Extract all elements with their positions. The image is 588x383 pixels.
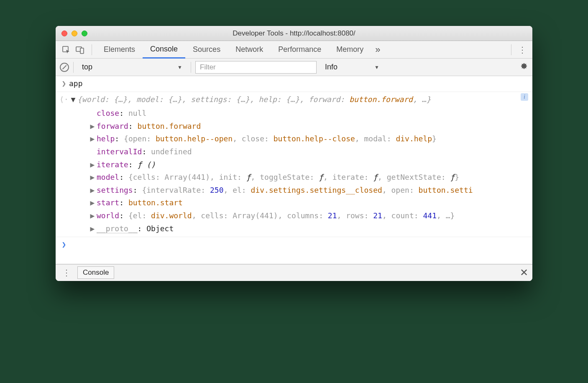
tab-network[interactable]: Network xyxy=(228,41,271,59)
prop-model[interactable]: ▶model: {cells: Array(441), init: ƒ, tog… xyxy=(65,171,532,184)
prop-settings[interactable]: ▶settings: {intervalRate: 250, el: div.s… xyxy=(65,184,532,197)
tab-sources[interactable]: Sources xyxy=(185,41,228,59)
chevron-down-icon: ▼ xyxy=(177,64,182,70)
k: init xyxy=(219,173,237,181)
expand-toggle-icon[interactable]: ▶ xyxy=(88,209,97,222)
expand-toggle-icon[interactable]: ▼ xyxy=(69,93,77,106)
minimize-window-button[interactable] xyxy=(72,31,77,36)
v: 21 xyxy=(328,211,337,220)
info-badge-icon[interactable]: i xyxy=(521,93,528,101)
k: count xyxy=(391,211,414,220)
devtools-window: Developer Tools - http://localhost:8080/… xyxy=(56,26,532,281)
v: ƒ xyxy=(246,173,251,181)
inspect-element-icon[interactable] xyxy=(59,43,73,56)
prop-intervalid[interactable]: intervalId: undefined xyxy=(65,146,532,158)
zoom-window-button[interactable] xyxy=(82,31,87,36)
expand-toggle-icon[interactable]: ▶ xyxy=(88,184,97,197)
main-toolbar: Elements Console Sources Network Perform… xyxy=(56,41,532,59)
drawer-menu-icon[interactable]: ⋮ xyxy=(60,268,73,278)
drawer-bar: ⋮ Console ✕ xyxy=(56,264,532,281)
v: button.setti xyxy=(419,186,473,194)
prop-value: ƒ () xyxy=(138,160,156,169)
v: ƒ xyxy=(373,173,378,181)
summary-suffix: , …} xyxy=(413,95,431,104)
v: button.help--open xyxy=(156,134,233,143)
prop-forward[interactable]: ▶forward: button.forward xyxy=(65,120,532,133)
prop-value: button.forward xyxy=(138,122,201,130)
console-prompt-row[interactable]: ❯ xyxy=(56,237,532,264)
v: div.help xyxy=(396,134,432,143)
expand-toggle-icon[interactable]: ▶ xyxy=(88,171,97,184)
object-summary[interactable]: ▼{world: {…}, model: {…}, settings: {…},… xyxy=(69,93,529,106)
k: getNextState xyxy=(387,173,441,181)
chevron-down-icon: ▼ xyxy=(374,64,379,70)
k: el xyxy=(233,186,242,194)
expand-toggle-icon[interactable]: ▶ xyxy=(88,120,97,133)
tab-memory[interactable]: Memory xyxy=(329,41,371,59)
prop-value: Object xyxy=(146,224,174,233)
console-settings-icon[interactable] xyxy=(520,62,528,73)
console-filterbar: top ▼ Info ▼ xyxy=(56,59,532,76)
window-title: Developer Tools - http://localhost:8080/ xyxy=(56,29,532,38)
prop-proto[interactable]: ▶__proto__: Object xyxy=(65,222,532,237)
log-level-selector[interactable]: Info ▼ xyxy=(321,61,383,74)
prop-value: button.start xyxy=(128,198,183,207)
console-input[interactable] xyxy=(69,238,529,251)
v: div.settings.settings__closed xyxy=(251,186,382,194)
v: div.world xyxy=(151,211,192,220)
k: modal xyxy=(364,134,387,143)
separator xyxy=(73,62,74,73)
v: 441 xyxy=(423,211,437,220)
titlebar: Developer Tools - http://localhost:8080/ xyxy=(56,26,532,41)
prop-key: iterate xyxy=(97,160,128,169)
console-input-row[interactable]: ❯ app xyxy=(56,76,532,92)
prop-key: settings xyxy=(97,186,133,194)
prop-start[interactable]: ▶start: button.start xyxy=(65,197,532,209)
summary-forward: button.forward xyxy=(349,95,413,104)
prop-close[interactable]: close: null xyxy=(65,107,532,120)
k: cells xyxy=(201,211,223,220)
k: intervalRate xyxy=(146,186,201,194)
v: 21 xyxy=(373,211,382,220)
k: iterate xyxy=(332,173,364,181)
prop-value: undefined xyxy=(151,147,192,156)
separator xyxy=(191,62,191,73)
k: close xyxy=(242,134,264,143)
summary-text: {world: {…}, model: {…}, settings: {…}, … xyxy=(77,95,349,104)
v: ƒ xyxy=(319,173,323,181)
more-tabs-chevron-icon[interactable]: » xyxy=(373,44,382,55)
window-controls xyxy=(61,31,87,36)
k: open xyxy=(128,134,146,143)
prompt-icon: ❯ xyxy=(59,238,69,251)
expand-toggle-icon[interactable]: ▶ xyxy=(88,197,97,209)
v: Array(441) xyxy=(233,211,278,220)
console-output-row[interactable]: ⟨· ▼{world: {…}, model: {…}, settings: {… xyxy=(56,92,532,107)
k: open xyxy=(391,186,409,194)
context-selector-value: top xyxy=(82,63,92,71)
clear-console-icon[interactable] xyxy=(60,63,69,72)
prop-world[interactable]: ▶world: {el: div.world, cells: Array(441… xyxy=(65,209,532,222)
settings-menu-icon[interactable]: ⋮ xyxy=(516,45,529,55)
prop-iterate[interactable]: ▶iterate: ƒ () xyxy=(65,158,532,171)
prop-value: null xyxy=(128,109,146,117)
log-level-value: Info xyxy=(325,63,337,71)
tab-console[interactable]: Console xyxy=(143,41,185,59)
close-drawer-icon[interactable]: ✕ xyxy=(520,267,528,278)
tab-performance[interactable]: Performance xyxy=(271,41,329,59)
prop-help[interactable]: ▶help: {open: button.help--open, close: … xyxy=(65,133,532,146)
context-selector[interactable]: top ▼ xyxy=(78,61,187,74)
tab-elements[interactable]: Elements xyxy=(96,41,143,59)
drawer-console-tab[interactable]: Console xyxy=(77,266,114,279)
prop-key: intervalId xyxy=(97,147,142,156)
k: toggleState xyxy=(260,173,309,181)
close-window-button[interactable] xyxy=(61,31,67,36)
expand-toggle-icon[interactable]: ▶ xyxy=(88,158,97,171)
prop-key: help xyxy=(97,134,115,143)
prop-key: world xyxy=(97,211,119,220)
panel-tabs: Elements Console Sources Network Perform… xyxy=(96,41,371,59)
k: cells xyxy=(133,173,156,181)
expand-toggle-icon[interactable]: ▶ xyxy=(88,222,97,235)
device-toolbar-icon[interactable] xyxy=(73,43,87,56)
filter-input[interactable] xyxy=(195,61,317,74)
expand-toggle-icon[interactable]: ▶ xyxy=(88,133,97,146)
